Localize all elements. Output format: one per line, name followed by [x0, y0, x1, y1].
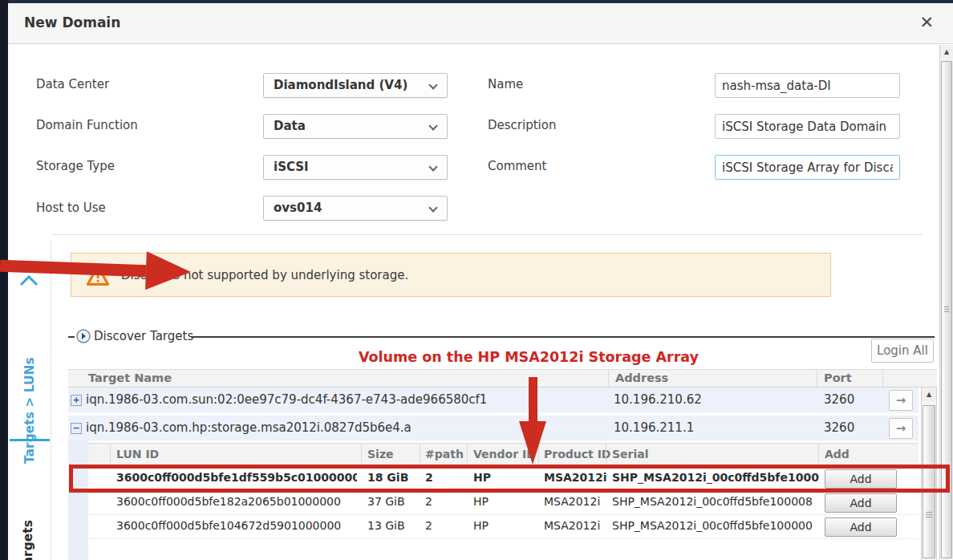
lun-product: MSA2012i [544, 519, 600, 532]
volume-annotation-text: Volume on the HP MSA2012i Storage Array [359, 349, 699, 365]
scrollbar-grip [944, 306, 949, 313]
host-to-use-value: ovs014 [274, 201, 322, 215]
login-all-button[interactable]: Login All [871, 339, 934, 363]
col-lun-id: LUN ID [116, 448, 159, 461]
target-row-sun[interactable]: + iqn.1986-03.com.sun:02:0ee97c79-dc4f-4… [68, 388, 919, 414]
col-serial: Serial [612, 448, 649, 461]
lun-table-header: LUN ID Size #path Vendor ID Product ID S… [88, 443, 919, 467]
lun-serial: SHP_MSA2012i_00c0ffd5bfe100008 [612, 495, 819, 508]
col-target-name: Target Name [88, 371, 172, 384]
lun-row[interactable]: 3600c0ff000d5bfe182a2065b01000000 37 GiB… [88, 491, 919, 515]
lun-vendor: HP [473, 519, 489, 532]
lun-paths: 2 [425, 495, 432, 508]
chevron-down-icon [428, 162, 437, 171]
target-address: 10.196.211.1 [614, 420, 694, 435]
chevron-down-icon [428, 203, 437, 212]
lun-id: 3600c0ff000d5bfe1df559b5c01000000 [116, 471, 357, 484]
col-size: Size [367, 448, 394, 461]
comment-field[interactable] [715, 155, 900, 180]
scrollbar-grip [926, 512, 932, 518]
col-add: Add [825, 448, 850, 461]
scroll-up-icon[interactable]: ▲ [922, 388, 936, 401]
lun-vendor: HP [473, 471, 491, 484]
data-center-select[interactable]: DiamondIsland (V4) [263, 73, 448, 98]
storage-type-label: Storage Type [36, 159, 115, 173]
lun-product: MSA2012i [544, 471, 607, 484]
lun-paths: 2 [425, 471, 433, 484]
dialog-scrollbar[interactable]: ▲ [939, 45, 953, 560]
login-arrow-button[interactable]: → [889, 418, 913, 439]
chevron-down-icon [428, 80, 437, 89]
targets-table-header: Target Name Address Port [68, 369, 937, 388]
dialog-scrollbar-thumb[interactable] [941, 61, 952, 558]
close-icon[interactable]: ✕ [919, 13, 934, 32]
lun-product: MSA2012i [544, 495, 600, 508]
lun-paths: 2 [425, 519, 432, 532]
target-port: 3260 [824, 392, 854, 407]
form-separator [52, 234, 923, 235]
tab-luns-targets[interactable]: Targets [21, 520, 35, 560]
lun-serial: SHP_MSA2012i_00c0ffd5bfe100000 [612, 519, 819, 532]
lun-id: 3600c0ff000d5bfe104672d5901000000 [116, 519, 357, 532]
lun-id: 3600c0ff000d5bfe182a2065b01000000 [116, 495, 357, 508]
lun-table-indent [68, 440, 88, 560]
add-lun-button[interactable]: Add [825, 517, 897, 537]
add-lun-button[interactable]: Add [825, 469, 897, 489]
target-address: 10.196.210.62 [614, 392, 702, 407]
login-arrow-button[interactable]: → [889, 390, 913, 411]
discover-targets-label[interactable]: Discover Targets [94, 329, 193, 343]
lun-serial: SHP_MSA2012i_00c0ffd5bfe100000 [612, 471, 819, 484]
target-row-hp[interactable]: − iqn.1986-03.com.hp:storage.msa2012i.08… [68, 416, 919, 442]
chevron-down-icon [428, 121, 437, 130]
lun-size: 37 GiB [367, 495, 405, 508]
description-field[interactable] [715, 114, 900, 139]
col-port: Port [824, 371, 852, 384]
host-to-use-select[interactable]: ovs014 [263, 196, 448, 221]
target-port: 3260 [824, 420, 854, 435]
tab-targets-luns[interactable]: Targets > LUNs [22, 357, 37, 464]
target-name: iqn.1986-03.com.sun:02:0ee97c79-dc4f-436… [86, 392, 487, 407]
discover-rule-left [68, 336, 75, 338]
sidebar-divider [51, 241, 51, 560]
table-scrollbar[interactable]: ▲ [921, 388, 937, 560]
storage-type-select[interactable]: iSCSI [263, 155, 448, 180]
col-path: #path [425, 448, 464, 461]
name-field[interactable] [715, 73, 900, 98]
comment-label: Comment [488, 159, 547, 173]
dialog-title: New Domain [24, 14, 120, 30]
lun-size: 18 GiB [367, 471, 408, 484]
dialog-header: New Domain ✕ [8, 3, 953, 44]
red-arrow-down-annotation [519, 377, 548, 465]
red-arrow-left-annotation [0, 246, 193, 291]
col-address: Address [615, 371, 668, 384]
collapse-minus-icon[interactable]: − [71, 423, 82, 434]
target-name: iqn.1986-03.com.hp:storage.msa2012i.0827… [86, 420, 412, 435]
expand-plus-icon[interactable]: + [71, 395, 82, 406]
lun-row-selected[interactable]: 3600c0ff000d5bfe1df559b5c01000000 18 GiB… [88, 467, 919, 491]
discover-rule-right [191, 336, 935, 338]
lun-row[interactable]: 3600c0ff000d5bfe104672d5901000000 13 GiB… [88, 515, 919, 539]
lun-size: 13 GiB [367, 519, 405, 532]
name-label: Name [488, 77, 523, 91]
data-center-value: DiamondIsland (V4) [274, 78, 408, 92]
add-lun-button[interactable]: Add [825, 493, 897, 513]
lun-vendor: HP [473, 495, 489, 508]
storage-type-value: iSCSI [274, 160, 309, 174]
table-scrollbar-thumb[interactable] [923, 405, 935, 558]
data-center-label: Data Center [36, 77, 109, 91]
active-tab-underline [10, 439, 50, 441]
domain-function-label: Domain Function [36, 118, 138, 132]
host-to-use-label: Host to Use [36, 201, 106, 215]
discover-expander-icon[interactable] [76, 329, 91, 343]
domain-function-value: Data [274, 119, 306, 133]
scroll-up-icon[interactable]: ▲ [940, 45, 953, 59]
col-product-id: Product ID [544, 448, 610, 461]
domain-function-select[interactable]: Data [263, 114, 448, 139]
description-label: Description [488, 118, 556, 132]
